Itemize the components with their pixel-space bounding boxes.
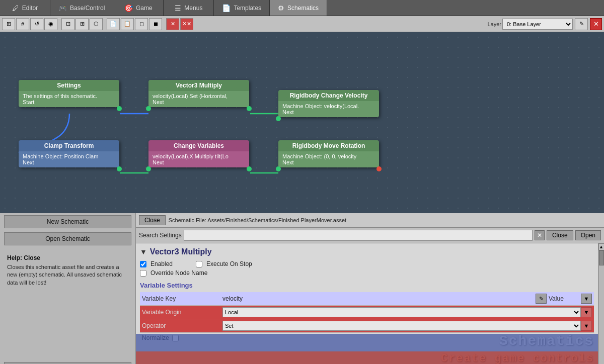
override-node-name-row: Override Node Name xyxy=(140,269,594,277)
tab-editor[interactable]: 🖊 Editor xyxy=(0,0,50,16)
right-panel-scrollbar[interactable]: ▲ ▼ xyxy=(598,243,604,364)
blue-band-overlay xyxy=(136,334,598,351)
node-rcv-in-port xyxy=(276,116,281,121)
tab-menus-label: Menus xyxy=(184,5,202,12)
variable-origin-label: Variable Origin xyxy=(142,309,222,316)
scrollbar-track xyxy=(599,250,604,364)
help-title: Help: Close xyxy=(7,254,128,261)
variable-settings-title: Variable Settings xyxy=(140,282,594,289)
toolbar-close-btn[interactable]: ✕ xyxy=(590,18,602,30)
toolbar-edit-btn[interactable]: ✎ xyxy=(575,18,588,30)
node-vector3-out-port xyxy=(247,106,252,111)
node-rmr-title: Rigidbody Move Rotation xyxy=(278,140,379,151)
tab-game[interactable]: 🎯 Game xyxy=(113,0,164,16)
file-header-close-btn[interactable]: Close xyxy=(139,215,166,225)
game-icon: 🎯 xyxy=(124,4,133,12)
search-clear-btn[interactable]: ✕ xyxy=(535,230,545,240)
value-label: Value xyxy=(549,295,579,302)
variable-key-label: Variable Key xyxy=(142,295,222,302)
left-sidebar: New Schematic Open Schematic Help: Close… xyxy=(0,213,136,364)
tab-base-control[interactable]: 🎮 Base/Control xyxy=(50,0,113,16)
node-vector3-multiply[interactable]: Vector3 Multiply velocity(Local) Set (Ho… xyxy=(148,80,249,107)
editor-icon: 🖊 xyxy=(12,4,19,12)
toolbar-btn-1[interactable]: ⊞ xyxy=(2,18,15,30)
execute-on-stop-checkbox[interactable] xyxy=(196,261,202,267)
tab-menus[interactable]: ☰ Menus xyxy=(164,0,214,16)
toolbar-btn-delete-all[interactable]: ✕✕ xyxy=(180,18,193,30)
operator-label: Operator xyxy=(142,322,222,329)
file-header: Close Schematic File: Assets/Finished/Sc… xyxy=(136,213,604,228)
enabled-row: Enabled Execute On Stop xyxy=(140,260,594,267)
node-clamp-title: Clamp Transform xyxy=(19,140,119,151)
tab-editor-label: Editor xyxy=(22,5,38,12)
new-schematic-btn[interactable]: New Schematic xyxy=(4,215,131,228)
node-rmr-body: Machine Object: (0, 0, velocity Next xyxy=(278,151,379,167)
toolbar-btn-4[interactable]: ◉ xyxy=(44,18,57,30)
toolbar-btn-2[interactable]: # xyxy=(16,18,29,30)
node-rcv-body: Machine Object: velocity(Local. Next xyxy=(278,101,379,117)
enabled-label: Enabled xyxy=(150,260,173,267)
toolbar-btn-11[interactable]: ◼ xyxy=(149,18,162,30)
variable-key-edit-btn[interactable]: ✎ xyxy=(536,294,547,304)
node-cv-in-port xyxy=(146,166,151,171)
toolbar-btn-10[interactable]: ◻ xyxy=(135,18,148,30)
node-cv-title: Change Variables xyxy=(148,140,249,151)
section-title: Vector3 Multiply xyxy=(150,247,212,256)
variable-origin-dropdown-btn[interactable]: ▼ xyxy=(581,307,592,317)
node-rigidbody-move-rotation[interactable]: Rigidbody Move Rotation Machine Object: … xyxy=(278,140,379,167)
variable-key-row: Variable Key velocity ✎ Value ▼ xyxy=(140,292,594,306)
open-schematic-btn[interactable]: Open Schematic xyxy=(4,232,131,245)
node-connections xyxy=(0,32,604,213)
toolbar-btn-5[interactable]: ⊡ xyxy=(61,18,74,30)
search-label: Search Settings xyxy=(139,232,182,239)
node-clamp-transform[interactable]: Clamp Transform Machine Object: Position… xyxy=(19,140,119,167)
node-settings[interactable]: Settings The settings of this schematic.… xyxy=(19,80,119,107)
layer-select[interactable]: 0: Base Layer xyxy=(502,19,573,30)
variable-key-dropdown-btn[interactable]: ▼ xyxy=(581,294,592,304)
tab-schematics-label: Schematics xyxy=(287,5,319,12)
variable-origin-select[interactable]: Local xyxy=(222,307,581,317)
tab-schematics[interactable]: ⚙ Schematics xyxy=(270,0,327,16)
layer-label: Layer xyxy=(487,21,501,27)
settings-content: ▼ Vector3 Multiply Enabled Execute On St… xyxy=(136,243,598,364)
search-open-btn[interactable]: Open xyxy=(575,230,601,240)
node-rigidbody-change-velocity[interactable]: Rigidbody Change Velocity Machine Object… xyxy=(278,90,379,117)
node-cv-body: velocity(Local).X Multiply tilt(Lo Next xyxy=(148,151,249,167)
copy-to-clipboard-btn[interactable]: Copy to Clipboard xyxy=(4,362,131,364)
section-arrow-icon: ▼ xyxy=(140,248,147,256)
menus-icon: ☰ xyxy=(175,4,181,12)
node-clamp-out-port xyxy=(117,166,122,171)
node-vector3-multiply-body: velocity(Local) Set (Horizontal, Next xyxy=(148,91,249,107)
variable-key-value: velocity xyxy=(222,295,536,302)
node-rmr-in-port xyxy=(276,166,281,171)
toolbar-btn-3[interactable]: ↺ xyxy=(30,18,43,30)
help-section: Help: Close Closes this schematic asset … xyxy=(4,251,131,290)
operator-select[interactable]: Set xyxy=(222,321,581,331)
tab-templates[interactable]: 📄 Templates xyxy=(214,0,270,16)
schematics-icon: ⚙ xyxy=(278,4,284,12)
scrollbar-up-btn[interactable]: ▲ xyxy=(598,243,605,250)
section-header: ▼ Vector3 Multiply xyxy=(140,247,594,256)
toolbar-btn-delete[interactable]: ✕ xyxy=(166,18,179,30)
toolbar-btn-9[interactable]: 📋 xyxy=(121,18,134,30)
node-settings-title: Settings xyxy=(19,80,119,91)
search-close-btn[interactable]: Close xyxy=(547,230,573,240)
file-path: Schematic File: Assets/Finished/Schemati… xyxy=(169,217,346,223)
toolbar-btn-6[interactable]: ⊞ xyxy=(76,18,89,30)
search-input[interactable] xyxy=(184,230,533,241)
node-rcv-title: Rigidbody Change Velocity xyxy=(278,90,379,101)
node-change-variables[interactable]: Change Variables velocity(Local).X Multi… xyxy=(148,140,249,167)
node-cv-out-port xyxy=(247,166,252,171)
override-node-name-label: Override Node Name xyxy=(150,269,207,277)
main-toolbar: ⊞ # ↺ ◉ ⊡ ⊞ ⬡ 📄 📋 ◻ ◼ ✕ ✕✕ Layer 0: Base… xyxy=(0,16,604,32)
override-node-name-checkbox[interactable] xyxy=(140,270,146,277)
variable-origin-row: Variable Origin Local ▼ xyxy=(140,306,594,319)
operator-dropdown-btn[interactable]: ▼ xyxy=(581,321,592,331)
scrollbar-thumb[interactable] xyxy=(599,250,604,265)
enabled-checkbox[interactable] xyxy=(140,261,146,267)
search-bar: Search Settings ✕ Close Open xyxy=(136,228,604,243)
toolbar-btn-8[interactable]: 📄 xyxy=(107,18,120,30)
templates-icon: 📄 xyxy=(222,4,231,12)
toolbar-btn-7[interactable]: ⬡ xyxy=(90,18,103,30)
schematic-canvas[interactable]: Settings The settings of this schematic.… xyxy=(0,32,604,213)
